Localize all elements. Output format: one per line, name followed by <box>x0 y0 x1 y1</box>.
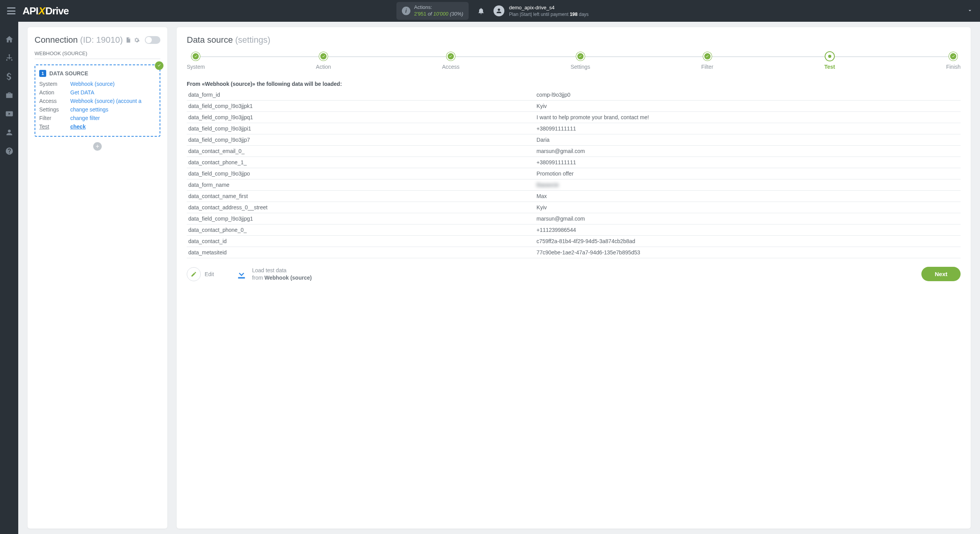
menu-icon[interactable] <box>7 7 16 14</box>
row-settings-link[interactable]: change settings <box>70 106 156 113</box>
cell-key: data_contact_phone_1_ <box>187 157 535 168</box>
topbar: APIXDrive i Actions: 2'951 of 10'000 (30… <box>0 0 980 22</box>
actions-label: Actions: <box>414 4 463 11</box>
step-settings[interactable]: Settings <box>570 52 590 70</box>
profile-icon[interactable] <box>5 128 14 137</box>
table-row: data_contact_phone_0_+111239986544 <box>187 224 961 236</box>
row-action-k: Action <box>39 89 70 96</box>
home-icon[interactable] <box>5 35 14 43</box>
row-system-link[interactable]: Webhook (source) <box>70 81 156 87</box>
ds-grid: SystemWebhook (source) ActionGet DATA Ac… <box>39 81 156 130</box>
ds-badge: 1 <box>39 70 46 77</box>
cell-value: Вакансія <box>535 179 961 191</box>
load-text: Load test data from Webhook (source) <box>252 267 312 282</box>
data-source-box[interactable]: 1 DATA SOURCE SystemWebhook (source) Act… <box>35 64 160 137</box>
add-destination-button[interactable]: + <box>93 142 102 151</box>
connections-icon[interactable] <box>5 54 14 62</box>
step-access[interactable]: Access <box>442 52 459 70</box>
table-row: data_metasiteid77c90ebe-1ae2-47a7-94d6-1… <box>187 247 961 258</box>
connection-header: Connection (ID: 19010) <box>35 35 160 45</box>
row-system-k: System <box>39 81 70 87</box>
user-block[interactable]: demo_apix-drive_s4 Plan |Start| left unt… <box>493 4 589 17</box>
check-icon <box>155 61 163 70</box>
step-system[interactable]: System <box>187 52 205 70</box>
table-row: data_contact_idc759ff2a-81b4-4f29-94d5-3… <box>187 236 961 247</box>
user-text: demo_apix-drive_s4 Plan |Start| left unt… <box>509 4 589 17</box>
cell-value: Kyiv <box>535 101 961 112</box>
connection-id: (ID: 19010) <box>80 35 123 45</box>
pencil-icon <box>187 267 201 281</box>
cell-value: Max <box>535 191 961 202</box>
row-test-k: Test <box>39 123 70 130</box>
row-access-k: Access <box>39 98 70 104</box>
cell-value: Promotion offer <box>535 168 961 179</box>
row-test-link[interactable]: check <box>70 123 156 130</box>
step-circle <box>191 52 200 61</box>
username: demo_apix-drive_s4 <box>509 4 589 11</box>
table-row: data_form_idcomp-l9o3jjp0 <box>187 89 961 101</box>
webhook-label: WEBHOOK (SOURCE) <box>35 50 160 59</box>
table-row: data_contact_phone_1_+380991111111 <box>187 157 961 168</box>
cell-key: data_field_comp_l9o3jjpk1 <box>187 101 535 112</box>
doc-icon[interactable] <box>125 37 131 43</box>
cell-value: marsun@gmail.com <box>535 146 961 157</box>
table-row: data_field_comp_l9o3jjp7Daria <box>187 134 961 146</box>
step-label: System <box>187 64 205 70</box>
step-label: Finish <box>946 64 961 70</box>
logo[interactable]: APIXDrive <box>23 5 69 17</box>
step-label: Test <box>824 64 835 70</box>
cell-key: data_contact_phone_0_ <box>187 224 535 236</box>
step-filter[interactable]: Filter <box>701 52 713 70</box>
cell-key: data_form_id <box>187 89 535 101</box>
download-icon <box>236 268 247 280</box>
actions-counter[interactable]: i Actions: 2'951 of 10'000 (30%) <box>396 2 469 20</box>
gear-icon[interactable] <box>134 37 140 43</box>
table-row: data_contact_email_0_marsun@gmail.com <box>187 146 961 157</box>
step-circle <box>576 52 585 61</box>
step-circle <box>319 52 328 61</box>
actions-used: 2'951 <box>414 11 426 17</box>
edit-button[interactable]: Edit <box>187 267 214 281</box>
cell-key: data_contact_name_first <box>187 191 535 202</box>
bell-icon[interactable] <box>477 7 485 15</box>
cell-value: marsun@gmail.com <box>535 213 961 224</box>
step-action[interactable]: Action <box>316 52 331 70</box>
footer-row: Edit Load test data from Webhook (source… <box>187 267 961 282</box>
edit-label: Edit <box>205 271 214 277</box>
cell-key: data_field_comp_l9o3jjpg1 <box>187 213 535 224</box>
cell-value: Daria <box>535 134 961 146</box>
row-access-link[interactable]: Webhook (source) (account a <box>70 98 156 104</box>
table-row: data_contact_address_0__streetKyiv <box>187 202 961 213</box>
billing-icon[interactable] <box>5 72 14 81</box>
step-circle <box>949 52 957 61</box>
next-button[interactable]: Next <box>921 267 961 281</box>
step-finish[interactable]: Finish <box>946 52 961 70</box>
step-test[interactable]: Test <box>824 52 835 70</box>
cell-key: data_field_comp_l9o3jjpq1 <box>187 112 535 123</box>
step-circle <box>825 52 834 61</box>
cell-key: data_contact_email_0_ <box>187 146 535 157</box>
panel-title: Data source (settings) <box>187 35 961 45</box>
chevron-down-icon[interactable] <box>916 7 973 15</box>
cell-value: 77c90ebe-1ae2-47a7-94d6-135e7b895d53 <box>535 247 961 258</box>
row-action-link[interactable]: Get DATA <box>70 89 156 96</box>
briefcase-icon[interactable] <box>5 91 14 99</box>
cell-value: c759ff2a-81b4-4f29-94d5-3a874cb2b8ad <box>535 236 961 247</box>
cell-value: +111239986544 <box>535 224 961 236</box>
video-icon[interactable] <box>5 110 14 118</box>
cell-value: +380991111111 <box>535 123 961 134</box>
row-filter-link[interactable]: change filter <box>70 115 156 121</box>
load-test-data-button[interactable]: Load test data from Webhook (source) <box>236 267 312 282</box>
step-label: Access <box>442 64 459 70</box>
step-label: Filter <box>701 64 713 70</box>
connection-toggle[interactable] <box>145 36 160 44</box>
data-source-title: 1 DATA SOURCE <box>39 70 156 77</box>
help-icon[interactable] <box>5 147 14 155</box>
table-row: data_field_comp_l9o3jjpq1I want to help … <box>187 112 961 123</box>
step-circle <box>447 52 455 61</box>
cell-key: data_form_name <box>187 179 535 191</box>
row-filter-k: Filter <box>39 115 70 121</box>
connection-card: Connection (ID: 19010) WEBHOOK (SOURCE) … <box>28 27 167 529</box>
actions-text: Actions: 2'951 of 10'000 (30%) <box>414 4 463 17</box>
table-row: data_field_comp_l9o3jjpg1marsun@gmail.co… <box>187 213 961 224</box>
